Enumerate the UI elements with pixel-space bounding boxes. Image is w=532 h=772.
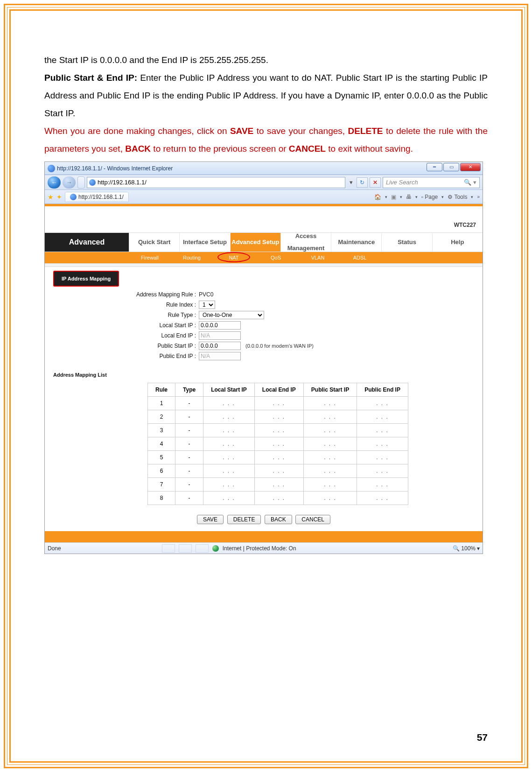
table-cell: . . . — [303, 410, 357, 424]
toolbar-more[interactable]: » — [477, 192, 480, 202]
table-cell: . . . — [303, 491, 357, 505]
paragraph-2: Public Start & End IP: Enter the Public … — [44, 69, 488, 122]
delete-button[interactable]: DELETE — [227, 515, 261, 524]
rss-icon[interactable]: ▣ — [391, 191, 396, 203]
home-icon[interactable]: 🏠 — [374, 191, 381, 203]
table-cell: - — [175, 491, 203, 505]
cancel-button[interactable]: CANCEL — [295, 515, 330, 524]
add-favorites-icon[interactable]: ✦ — [56, 190, 62, 204]
table-cell: . . . — [357, 397, 408, 410]
toolbar-icons: 🏠▾ ▣▾ 🖶▾ ▫ Page▾ ⚙ Tools▾ » — [374, 191, 480, 203]
public-start-ip-input[interactable] — [199, 342, 241, 350]
subnav-nat[interactable]: NAT — [213, 252, 255, 263]
print-icon[interactable]: 🖶 — [406, 191, 412, 203]
pstart-label: Public Start IP : — [129, 340, 199, 351]
search-dropdown[interactable]: ▾ — [473, 176, 476, 189]
zoom-control[interactable]: 🔍 100% ▾ — [453, 543, 480, 554]
status-seg-3 — [196, 544, 209, 553]
url-dropdown[interactable]: ▾ — [347, 176, 355, 189]
table-row[interactable]: 7-. . .. . .. . .. . . — [148, 478, 408, 491]
table-cell: - — [175, 478, 203, 491]
page-number: 57 — [477, 732, 488, 743]
subnav-firewall[interactable]: Firewall — [129, 252, 171, 263]
search-field[interactable]: Live Search 🔍 ▾ — [383, 177, 480, 188]
search-icon[interactable]: 🔍 — [464, 176, 471, 189]
router-body: IP Address Mapping Address Mapping Rule … — [45, 267, 483, 531]
nav-dropdown[interactable] — [77, 176, 85, 189]
rule-label: Address Mapping Rule : — [129, 289, 199, 300]
forward-button[interactable]: → — [63, 176, 76, 189]
favorites-icon[interactable]: ★ — [48, 190, 54, 204]
rule-value: PVC0 — [199, 289, 213, 300]
nav-interface-setup[interactable]: Interface Setup — [179, 233, 230, 252]
p3-b: to save your changes, — [253, 126, 348, 136]
document-content: the Start IP is 0.0.0.0 and the End IP i… — [44, 51, 488, 554]
save-button[interactable]: SAVE — [197, 515, 224, 524]
table-cell: . . . — [357, 424, 408, 437]
table-cell: 8 — [148, 491, 175, 505]
table-cell: . . . — [303, 397, 357, 410]
th-type: Type — [175, 383, 203, 397]
table-cell: 7 — [148, 478, 175, 491]
nav-quick-start[interactable]: Quick Start — [129, 233, 179, 252]
table-row[interactable]: 2-. . .. . .. . .. . . — [148, 410, 408, 424]
nav-advanced-setup[interactable]: Advanced Setup — [230, 233, 280, 252]
table-row[interactable]: 4-. . .. . .. . .. . . — [148, 437, 408, 451]
status-done: Done — [48, 543, 61, 554]
lstart-label: Local Start IP : — [129, 320, 199, 331]
index-label: Rule Index : — [129, 299, 199, 310]
subnav-vlan[interactable]: VLAN — [297, 252, 339, 263]
minimize-button[interactable]: ━ — [427, 163, 442, 171]
table-cell: - — [175, 397, 203, 410]
current-tab[interactable]: http://192.168.1.1/ — [65, 192, 129, 202]
p3-delete: DELETE — [348, 126, 383, 136]
stop-button[interactable]: ✕ — [370, 177, 381, 188]
nav-maintenance[interactable]: Maintenance — [331, 233, 381, 252]
local-start-ip-input[interactable] — [199, 321, 241, 330]
subnav-qos[interactable]: QoS — [255, 252, 297, 263]
table-cell: 4 — [148, 437, 175, 451]
nav-help[interactable]: Help — [432, 233, 483, 252]
tab-icon — [70, 194, 77, 200]
table-cell: . . . — [303, 424, 357, 437]
tools-menu[interactable]: ⚙ Tools — [448, 191, 467, 203]
ie-mini-icon — [89, 179, 96, 186]
maximize-button[interactable]: ▭ — [443, 163, 459, 171]
back-button[interactable]: ← — [48, 176, 61, 189]
table-cell: 5 — [148, 451, 175, 464]
table-cell: . . . — [254, 491, 303, 505]
status-bar: Done Internet | Protected Mode: On 🔍 100… — [45, 542, 483, 554]
back-button-form[interactable]: BACK — [265, 515, 292, 524]
mapping-table: Rule Type Local Start IP Local End IP Pu… — [147, 383, 408, 505]
table-cell: . . . — [254, 451, 303, 464]
table-row[interactable]: 8-. . .. . .. . .. . . — [148, 491, 408, 505]
table-cell: 6 — [148, 464, 175, 478]
table-cell: . . . — [203, 437, 255, 451]
nav-access-management[interactable]: Access Management — [280, 233, 331, 252]
subnav-routing[interactable]: Routing — [171, 252, 213, 263]
subnav-adsl[interactable]: ADSL — [339, 252, 381, 263]
table-row[interactable]: 3-. . .. . .. . .. . . — [148, 424, 408, 437]
table-cell: . . . — [357, 410, 408, 424]
table-row[interactable]: 6-. . .. . .. . .. . . — [148, 464, 408, 478]
rule-type-select[interactable]: One-to-One — [199, 311, 264, 319]
table-cell: . . . — [254, 424, 303, 437]
page-menu[interactable]: ▫ Page — [421, 191, 438, 203]
th-rule: Rule — [148, 383, 175, 397]
local-end-ip-input — [199, 331, 241, 340]
rule-index-select[interactable]: 1 — [199, 301, 215, 309]
table-cell: . . . — [303, 464, 357, 478]
nav-status[interactable]: Status — [381, 233, 432, 252]
table-cell: . . . — [254, 437, 303, 451]
table-cell: . . . — [357, 478, 408, 491]
pend-label: Public End IP : — [129, 351, 199, 362]
table-row[interactable]: 1-. . .. . .. . .. . . — [148, 397, 408, 410]
search-placeholder: Live Search — [386, 176, 418, 189]
refresh-button[interactable]: ↻ — [357, 177, 368, 188]
ip-mapping-tab: IP Address Mapping — [53, 271, 119, 287]
url-field[interactable]: http://192.168.1.1/ — [87, 177, 345, 188]
close-button[interactable]: ✕ — [460, 163, 481, 171]
public-end-ip-input — [199, 352, 241, 360]
status-seg-1 — [162, 544, 175, 553]
table-row[interactable]: 5-. . .. . .. . .. . . — [148, 451, 408, 464]
